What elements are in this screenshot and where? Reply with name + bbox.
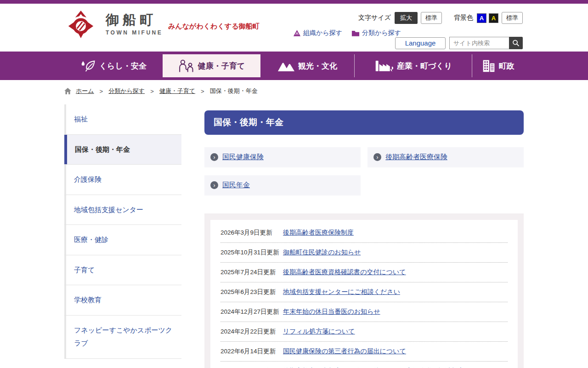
news-list-container: 2026年3月9日更新 後期高齢者医療保険制度 2025年10月31日更新 御船…	[204, 213, 524, 368]
breadcrumb: ホーム > 分類から探す > 健康・子育て > 国保・後期・年金	[64, 87, 524, 95]
nav-label: 観光・文化	[298, 61, 337, 71]
breadcrumb-separator: >	[100, 88, 103, 95]
font-size-label: 文字サイズ	[358, 14, 391, 22]
page-title: 国保・後期・年金	[204, 110, 524, 135]
site-name-en: TOWN MIFUNE	[106, 29, 163, 36]
chevron-right-icon: ›	[373, 153, 381, 161]
organization-icon	[293, 29, 301, 37]
sidebar-item-kokuho-active: 国保・後期・年金	[64, 135, 181, 165]
mountain-icon	[277, 60, 295, 72]
news-link[interactable]: 後期高齢者医療保険制度	[283, 229, 354, 237]
category-link-kokumin-kenko-hoken[interactable]: › 国民健康保険	[204, 147, 361, 167]
global-nav: くらし・安全 健康・子育て 観光・文化	[0, 52, 588, 80]
breadcrumb-separator: >	[150, 88, 154, 95]
nav-item-kurashi[interactable]: くらし・安全	[64, 52, 163, 80]
language-search-row: Language	[395, 37, 523, 49]
news-row: 2022年6月8日更新 後期高齢者医療制度への移行に伴う国民健康保険税の軽減制度…	[220, 362, 508, 368]
nav-label: 健康・子育て	[198, 61, 245, 71]
news-list: 2026年3月9日更新 後期高齢者医療保険制度 2025年10月31日更新 御船…	[210, 220, 518, 368]
search-by-organization-link[interactable]: 組織から探す	[293, 29, 342, 37]
news-date: 2025年7月24日更新	[220, 268, 283, 276]
folder-icon	[351, 30, 360, 37]
news-link[interactable]: 国民健康保険の第三者行為の届出について	[283, 347, 406, 356]
building-icon	[482, 59, 496, 72]
news-date: 2026年3月9日更新	[220, 229, 283, 237]
news-link[interactable]: 御船町住民健診のお知らせ	[283, 248, 361, 257]
news-date: 2025年10月31日更新	[220, 248, 283, 257]
news-link[interactable]: 地域包括支援センターにご相談ください	[283, 288, 400, 296]
breadcrumb-separator: >	[201, 88, 204, 95]
site-header: 御船町 TOWN MIFUNE みんながわくわくする御船町 文字サイズ 拡大 標…	[0, 4, 588, 52]
top-accent-bar	[0, 0, 588, 4]
quick-search-links: 組織から探す 分類から探す	[293, 29, 401, 37]
news-link[interactable]: 年末年始の休日当番医のお知らせ	[283, 308, 380, 316]
sidebar-item-iryo: 医療・健診	[64, 225, 181, 255]
bg-color-standard-button[interactable]: 標準	[502, 12, 523, 24]
home-icon	[64, 88, 71, 94]
site-search-input[interactable]	[449, 37, 509, 49]
nav-item-sangyo[interactable]: 産業・町づくり	[355, 52, 472, 80]
news-row: 2024年2月22日更新 リフィル処方箋について	[220, 322, 508, 342]
nav-item-kanko[interactable]: 観光・文化	[260, 52, 354, 80]
town-emblem-icon	[67, 10, 95, 39]
language-button[interactable]: Language	[395, 37, 446, 49]
news-date: 2025年6月23日更新	[220, 288, 283, 296]
site-name: 御船町	[106, 13, 163, 27]
breadcrumb-category-link[interactable]: 分類から探す	[108, 87, 145, 95]
news-date: 2024年12月27日更新	[220, 308, 283, 316]
news-row: 2025年10月31日更新 御船町住民健診のお知らせ	[220, 243, 508, 263]
news-row: 2025年7月24日更新 後期高齢者医療資格確認書の交付について	[220, 263, 508, 282]
sidebar-item-kosodate: 子育て	[64, 255, 181, 286]
news-row: 2026年3月9日更新 後期高齢者医療保険制度	[220, 223, 508, 243]
nav-label: 町政	[499, 61, 514, 71]
breadcrumb-current-page: 国保・後期・年金	[210, 87, 258, 95]
sidebar: 福祉 国保・後期・年金 介護保険 地域包括支援センター 医療・健診 子育て 学校…	[64, 104, 181, 368]
site-logo[interactable]: 御船町 TOWN MIFUNE	[67, 10, 163, 39]
site-search	[449, 37, 523, 49]
news-row: 2022年6月14日更新 国民健康保険の第三者行為の届出について	[220, 342, 508, 362]
breadcrumb-kenko-link[interactable]: 健康・子育て	[159, 87, 195, 95]
breadcrumb-home-link[interactable]: ホーム	[76, 87, 94, 95]
sidebar-item-gakko: 学校教育	[64, 285, 181, 316]
nav-label: 産業・町づくり	[397, 61, 452, 71]
family-icon	[178, 59, 195, 73]
search-by-category-link[interactable]: 分類から探す	[351, 29, 401, 37]
bg-color-blue-button[interactable]: A	[477, 13, 486, 23]
chevron-right-icon: ›	[210, 181, 218, 189]
leaf-icon	[80, 60, 96, 72]
category-link-kokumin-nenkin[interactable]: › 国民年金	[204, 175, 361, 196]
news-link[interactable]: 後期高齢者医療資格確認書の交付について	[283, 268, 406, 276]
news-row: 2025年6月23日更新 地域包括支援センターにご相談ください	[220, 282, 508, 302]
main-content: 国保・後期・年金 › 国民健康保険 › 後期高齢者医療保険 › 国民年金	[204, 104, 524, 368]
site-tagline: みんながわくわくする御船町	[168, 22, 260, 31]
category-link-koki-koreisha[interactable]: › 後期高齢者医療保険	[368, 147, 524, 167]
news-link[interactable]: リフィル処方箋について	[283, 328, 355, 336]
sidebar-item-sports-club: フネッピーすこやかスポーツクラブ	[64, 316, 181, 359]
news-date: 2024年2月22日更新	[220, 328, 283, 336]
news-date: 2022年6月14日更新	[220, 347, 283, 356]
site-search-button[interactable]	[509, 37, 523, 49]
font-size-expand-button[interactable]: 拡大	[395, 12, 418, 24]
search-icon	[512, 39, 520, 47]
chevron-right-icon: ›	[210, 153, 218, 161]
nav-label: くらし・安全	[99, 61, 147, 71]
sidebar-item-fukushi: 福祉	[64, 104, 181, 135]
accessibility-controls: 文字サイズ 拡大 標準 背景色 A A 標準	[358, 12, 523, 24]
sidebar-item-chiiki: 地域包括支援センター	[64, 195, 181, 225]
sidebar-item-kaigo: 介護保険	[64, 165, 181, 195]
news-row: 2024年12月27日更新 年末年始の休日当番医のお知らせ	[220, 302, 508, 322]
nav-item-chosei[interactable]: 町政	[472, 52, 524, 80]
nav-item-kenko-active[interactable]: 健康・子育て	[163, 54, 261, 77]
bg-color-black-button[interactable]: A	[489, 13, 498, 23]
factory-icon	[374, 59, 394, 72]
category-links: › 国民健康保険 › 後期高齢者医療保険 › 国民年金	[204, 147, 524, 196]
font-size-standard-button[interactable]: 標準	[421, 12, 442, 24]
sidebar-menu: 福祉 国保・後期・年金 介護保険 地域包括支援センター 医療・健診 子育て 学校…	[64, 104, 181, 359]
bg-color-label: 背景色	[454, 14, 473, 22]
